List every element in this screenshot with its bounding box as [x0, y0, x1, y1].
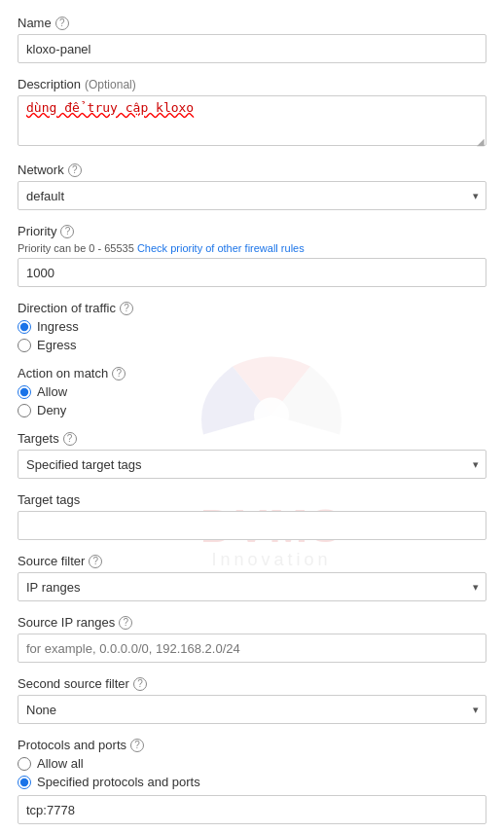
action-allow-label: Allow [37, 384, 67, 399]
description-section: Description (Optional) ◢ [18, 77, 486, 149]
protocols-allow-all-label: Allow all [37, 756, 84, 771]
name-input[interactable] [18, 34, 486, 63]
direction-ingress-radio[interactable] [18, 320, 31, 334]
direction-section: Direction of traffic ? Ingress Egress [18, 301, 486, 352]
protocols-value-input[interactable] [18, 795, 486, 824]
target-tags-section: Target tags [18, 492, 486, 540]
targets-section: Targets ? Specified target tags All inst… [18, 431, 486, 479]
source-ip-input[interactable] [18, 634, 486, 663]
action-allow-radio[interactable] [18, 385, 31, 399]
network-select-wrapper: default ▾ [18, 181, 486, 210]
protocols-value-wrapper [18, 795, 486, 824]
protocols-allow-all-radio[interactable] [18, 757, 31, 771]
second-source-select[interactable]: None Source tags [18, 695, 486, 724]
priority-input[interactable] [18, 258, 486, 287]
action-deny-radio[interactable] [18, 404, 31, 417]
priority-label-text: Priority [18, 224, 56, 238]
target-tags-label-text: Target tags [18, 492, 80, 507]
priority-hint-link[interactable]: Check priority of other firewall rules [137, 242, 305, 254]
action-section: Action on match ? Allow Deny [18, 366, 486, 417]
protocols-specified-radio[interactable] [18, 776, 31, 789]
targets-label-text: Targets [18, 431, 59, 446]
protocols-specified-label: Specified protocols and ports [37, 775, 200, 789]
targets-select-wrapper: Specified target tags All instances in t… [18, 450, 486, 479]
target-tags-input[interactable] [18, 511, 486, 540]
priority-hint-text: Priority can be 0 - 65535 [18, 242, 134, 254]
source-filter-label: Source filter ? [18, 554, 486, 568]
source-filter-help-icon[interactable]: ? [89, 555, 102, 568]
action-help-icon[interactable]: ? [112, 367, 126, 380]
source-ip-label: Source IP ranges ? [18, 615, 486, 630]
direction-egress-item[interactable]: Egress [18, 338, 486, 352]
second-source-section: Second source filter ? None Source tags … [18, 676, 486, 724]
source-filter-select-wrapper: IP ranges Source tags None ▾ [18, 572, 486, 601]
name-label: Name ? [18, 16, 486, 30]
direction-help-icon[interactable]: ? [120, 302, 133, 315]
network-help-icon[interactable]: ? [68, 163, 82, 177]
source-ip-help-icon[interactable]: ? [119, 616, 132, 630]
network-label-text: Network [18, 163, 64, 177]
direction-ingress-item[interactable]: Ingress [18, 319, 486, 334]
targets-select[interactable]: Specified target tags All instances in t… [18, 450, 486, 479]
network-section: Network ? default ▾ [18, 163, 486, 210]
network-label: Network ? [18, 163, 486, 177]
priority-help-icon[interactable]: ? [60, 225, 74, 238]
protocols-label-text: Protocols and ports [18, 738, 126, 752]
description-optional-text: (Optional) [85, 78, 136, 91]
name-section: Name ? [18, 16, 486, 63]
action-radio-group: Allow Deny [18, 384, 486, 417]
direction-egress-label: Egress [37, 338, 76, 352]
direction-radio-group: Ingress Egress [18, 319, 486, 352]
direction-label: Direction of traffic ? [18, 301, 486, 315]
targets-help-icon[interactable]: ? [63, 432, 77, 446]
description-wrapper: ◢ [18, 95, 486, 149]
priority-label: Priority ? [18, 224, 486, 238]
protocols-allow-all-item[interactable]: Allow all [18, 756, 486, 771]
source-filter-section: Source filter ? IP ranges Source tags No… [18, 554, 486, 601]
second-source-help-icon[interactable]: ? [133, 677, 147, 691]
action-allow-item[interactable]: Allow [18, 384, 486, 399]
direction-egress-radio[interactable] [18, 339, 31, 352]
protocols-radio-group: Allow all Specified protocols and ports [18, 756, 486, 789]
source-ip-label-text: Source IP ranges [18, 615, 115, 630]
priority-section: Priority ? Priority can be 0 - 65535 Che… [18, 224, 486, 287]
second-source-label: Second source filter ? [18, 676, 486, 691]
name-help-icon[interactable]: ? [55, 17, 69, 30]
direction-ingress-label: Ingress [37, 319, 79, 334]
action-label-text: Action on match [18, 366, 108, 380]
description-label-text: Description [18, 77, 81, 91]
targets-label: Targets ? [18, 431, 486, 446]
action-deny-label: Deny [37, 403, 66, 417]
second-source-select-wrapper: None Source tags ▾ [18, 695, 486, 724]
second-source-label-text: Second source filter [18, 676, 129, 691]
target-tags-label: Target tags [18, 492, 486, 507]
description-input[interactable] [18, 95, 486, 146]
network-select[interactable]: default [18, 181, 486, 210]
protocols-specified-item[interactable]: Specified protocols and ports [18, 775, 486, 789]
source-filter-select[interactable]: IP ranges Source tags None [18, 572, 486, 601]
direction-label-text: Direction of traffic [18, 301, 116, 315]
action-label: Action on match ? [18, 366, 486, 380]
protocols-label: Protocols and ports ? [18, 738, 486, 752]
priority-hint: Priority can be 0 - 65535 Check priority… [18, 242, 486, 254]
description-label: Description (Optional) [18, 77, 486, 91]
protocols-section: Protocols and ports ? Allow all Specifie… [18, 738, 486, 824]
name-label-text: Name [18, 16, 52, 30]
source-filter-label-text: Source filter [18, 554, 85, 568]
protocols-help-icon[interactable]: ? [130, 739, 144, 752]
source-ip-section: Source IP ranges ? [18, 615, 486, 663]
action-deny-item[interactable]: Deny [18, 403, 486, 417]
